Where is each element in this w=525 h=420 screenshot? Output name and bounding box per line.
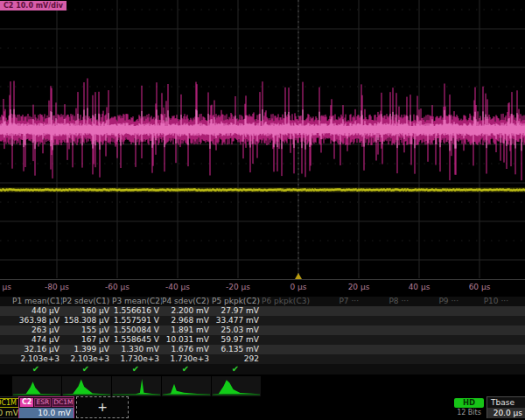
measure-header[interactable]: P8 ··· (361, 297, 411, 306)
measure-value: 158.308 µV (62, 316, 112, 326)
measure-histicon[interactable] (162, 376, 211, 396)
hd-bits-label: 12 Bits (454, 409, 484, 416)
measure-header[interactable]: P9 ··· (411, 297, 461, 306)
c2-eres-badge: ESR (34, 398, 51, 407)
measure-histicon[interactable] (62, 376, 111, 396)
measure-header[interactable]: P1 mean(C1) (12, 297, 62, 306)
measure-value (361, 335, 411, 345)
histicon-strip (0, 376, 525, 396)
measure-value: 1.556616 V (112, 306, 162, 316)
measure-value (411, 345, 461, 354)
measure-header[interactable]: P2 sdev(C1) (62, 297, 112, 306)
measure-table-row: ✔✔✔✔✔ (0, 364, 525, 374)
measure-table-row: 474 µV167 µV1.558645 V10.031 mV59.97 mV (0, 335, 525, 345)
c1-coupling-badge: DC1M (0, 398, 19, 408)
measure-value (262, 345, 312, 354)
channel-c2-descriptor[interactable]: C2 ESR DC1M 10.0 mV (18, 396, 74, 418)
measure-value (312, 345, 361, 354)
measure-value: 1.730e+3 (162, 354, 212, 364)
measure-status-check: ✔ (12, 364, 62, 374)
measure-header[interactable]: P7 ··· (312, 297, 361, 306)
measure-value: 363.98 µV (12, 316, 62, 326)
measure-value (361, 345, 411, 354)
c2-coupling-badge: DC1M (52, 398, 74, 407)
measure-header[interactable]: P5 pkpk(C2) (212, 297, 262, 306)
measure-value (511, 326, 525, 335)
add-trace-button[interactable]: + (76, 396, 129, 418)
measure-value (312, 316, 361, 326)
measure-header[interactable]: P4 sdev(C2) (162, 297, 212, 306)
timebase-title: Tbase (487, 397, 525, 408)
measure-value (312, 335, 361, 345)
measure-value (511, 306, 525, 316)
measure-value (511, 354, 525, 364)
measure-value (461, 306, 511, 316)
measure-histicon[interactable] (112, 376, 161, 396)
measure-value: 1.676 mV (162, 345, 212, 354)
measure-header[interactable]: P6 pkpk(C3) (262, 297, 312, 306)
measure-value (312, 354, 361, 364)
measure-value (511, 316, 525, 326)
measure-table-row: 32.16 µV1.399 µV1.330 mV1.676 mV6.135 mV (0, 345, 525, 354)
measure-status-check: ✔ (112, 364, 162, 374)
measure-table-row: 440 µV160 µV1.556616 V2.200 mV27.97 mV (0, 306, 525, 316)
measure-value (262, 306, 312, 316)
hd-mode-badge[interactable]: HD (454, 398, 484, 408)
measure-value (511, 335, 525, 345)
timebase-value: 20.0 µs (487, 408, 525, 418)
time-axis: -100 µs-80 µs-60 µs-40 µs-20 µs0 µs20 µs… (0, 279, 525, 294)
measure-value (461, 354, 511, 364)
measure-value (461, 345, 511, 354)
time-axis-label: -20 µs (226, 283, 250, 291)
measure-value: 155 µV (62, 326, 112, 335)
measure-histicon[interactable] (212, 376, 261, 396)
measurement-table: P1 mean(C1)P2 sdev(C1)P3 mean(C2)P4 sdev… (0, 297, 525, 374)
measure-header[interactable]: P10 ··· (461, 297, 511, 306)
measure-value: 59.97 mV (212, 335, 262, 345)
measure-header[interactable]: P11 ··· (511, 297, 525, 306)
trace-label-badge: C2 10.0 mV/div (0, 1, 66, 10)
measure-status-check (411, 364, 461, 374)
timebase-descriptor[interactable]: Tbase 20.0 µs (486, 396, 525, 418)
measure-value (312, 306, 361, 316)
c2-channel-label: C2 (20, 398, 33, 407)
measure-value (411, 326, 461, 335)
measure-value: 292 (212, 354, 262, 364)
measure-value: 1.550084 V (112, 326, 162, 335)
measure-value: 474 µV (12, 335, 62, 345)
time-axis-label: -40 µs (165, 283, 190, 291)
measure-table-row: P1 mean(C1)P2 sdev(C1)P3 mean(C2)P4 sdev… (0, 297, 525, 306)
measure-value (461, 326, 511, 335)
measure-value: 25.03 mV (212, 326, 262, 335)
descriptor-bar: DC1M 0 mV C2 ESR DC1M 10.0 mV + HD 12 Bi… (0, 396, 525, 420)
measure-status-check: ✔ (162, 364, 212, 374)
measure-value (262, 354, 312, 364)
measure-status-check (461, 364, 511, 374)
measure-value: 160 µV (62, 306, 112, 316)
measure-value (411, 335, 461, 345)
measure-value: 440 µV (12, 306, 62, 316)
time-axis-label: -80 µs (45, 283, 69, 291)
measure-table-row: 2.103e+32.103e+31.730e+31.730e+3292 (0, 354, 525, 364)
trigger-position-marker[interactable] (295, 273, 302, 279)
time-axis-label: 0 µs (290, 283, 306, 291)
measure-value (461, 316, 511, 326)
measure-histicon[interactable] (12, 376, 61, 396)
measure-value: 2.103e+3 (12, 354, 62, 364)
measure-value: 2.103e+3 (62, 354, 112, 364)
measure-status-check (262, 364, 312, 374)
measure-value: 2.968 mV (162, 316, 212, 326)
measure-value: 263 µV (12, 326, 62, 335)
measure-value (511, 345, 525, 354)
measure-value: 1.330 mV (112, 345, 162, 354)
measure-status-check: ✔ (212, 364, 262, 374)
measure-value: 27.97 mV (212, 306, 262, 316)
time-axis-label: 20 µs (348, 283, 370, 291)
measure-value (411, 316, 461, 326)
measure-value: 10.031 mV (162, 335, 212, 345)
time-axis-label: 40 µs (409, 283, 430, 291)
measure-value (361, 306, 411, 316)
measure-header[interactable]: P3 mean(C2) (112, 297, 162, 306)
measure-value (361, 316, 411, 326)
measure-status-check (361, 364, 411, 374)
